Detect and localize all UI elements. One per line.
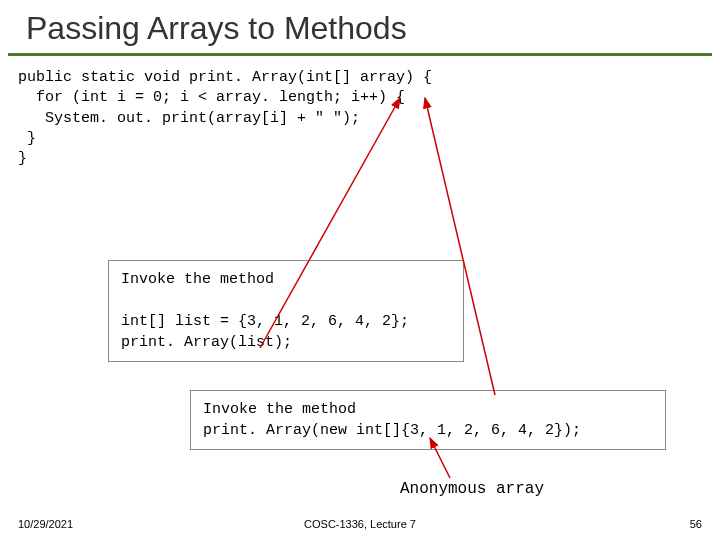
footer-page-number: 56 xyxy=(690,518,702,530)
code-line: for (int i = 0; i < array. length; i++) … xyxy=(18,89,405,106)
annotation-text: Anonymous array xyxy=(400,480,544,498)
slide-title: Passing Arrays to Methods xyxy=(8,0,712,56)
box-line: int[] list = {3, 1, 2, 6, 4, 2}; xyxy=(121,313,409,330)
box-line: Invoke the method xyxy=(121,271,274,288)
footer-center: COSC-1336, Lecture 7 xyxy=(0,518,720,530)
box-line: print. Array(new int[]{3, 1, 2, 6, 4, 2}… xyxy=(203,422,581,439)
callout-box-1: Invoke the method int[] list = {3, 1, 2,… xyxy=(108,260,464,362)
code-line: public static void print. Array(int[] ar… xyxy=(18,69,432,86)
code-line: } xyxy=(18,150,27,167)
code-line: } xyxy=(18,130,36,147)
code-block-main: public static void print. Array(int[] ar… xyxy=(18,68,720,169)
box-line: Invoke the method xyxy=(203,401,356,418)
callout-box-2: Invoke the method print. Array(new int[]… xyxy=(190,390,666,450)
code-line: System. out. print(array[i] + " "); xyxy=(18,110,360,127)
box-line: print. Array(list); xyxy=(121,334,292,351)
